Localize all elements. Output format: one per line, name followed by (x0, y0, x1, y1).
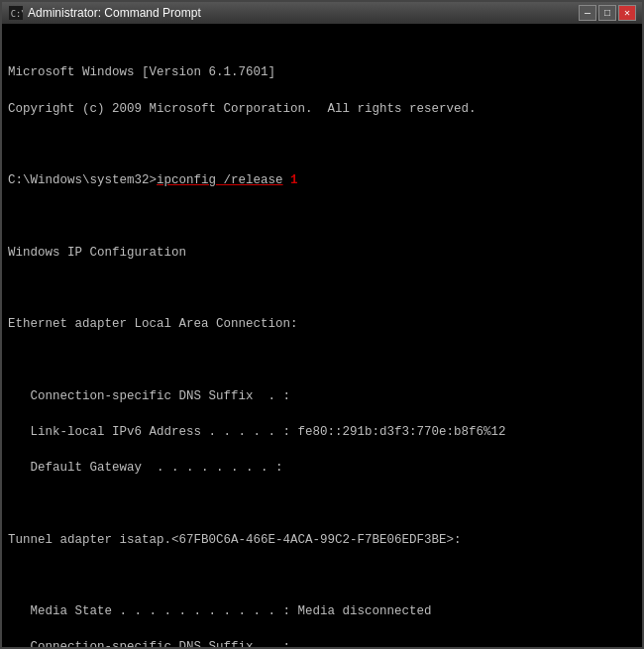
command-text: ipconfig /release (157, 173, 283, 187)
close-button[interactable]: ✕ (618, 5, 636, 21)
terminal-line (8, 494, 636, 512)
terminal-line (8, 567, 636, 585)
terminal-line: Ethernet adapter Local Area Connection: (8, 315, 636, 333)
terminal-line (8, 351, 636, 369)
step-number: 1 (283, 173, 298, 187)
terminal-line (8, 279, 636, 297)
terminal-line: Windows IP Configuration (8, 244, 636, 262)
terminal-line: Link-local IPv6 Address . . . . . : fe80… (8, 423, 636, 441)
terminal-line (8, 136, 636, 154)
terminal-output[interactable]: Microsoft Windows [Version 6.1.7601] Cop… (2, 24, 642, 647)
terminal-line: Tunnel adapter isatap.<67FB0C6A-466E-4AC… (8, 531, 636, 549)
command-prompt-window: C:\ Administrator: Command Prompt — □ ✕ … (0, 0, 644, 649)
minimize-button[interactable]: — (579, 5, 596, 21)
window-title: Administrator: Command Prompt (28, 6, 575, 20)
window-controls: — □ ✕ (579, 5, 636, 21)
titlebar: C:\ Administrator: Command Prompt — □ ✕ (2, 2, 642, 24)
terminal-line (8, 207, 636, 225)
terminal-line: Default Gateway . . . . . . . . : (8, 459, 636, 477)
terminal-line: Copyright (c) 2009 Microsoft Corporation… (8, 100, 636, 118)
maximize-button[interactable]: □ (598, 5, 616, 21)
terminal-line: C:\Windows\system32>ipconfig /release 1 (8, 171, 636, 189)
terminal-line: Media State . . . . . . . . . . . : Medi… (8, 602, 636, 620)
prompt-text: C:\Windows\system32> (8, 173, 157, 187)
terminal-line: Connection-specific DNS Suffix . : (8, 638, 636, 647)
terminal-line: Microsoft Windows [Version 6.1.7601] (8, 63, 636, 81)
cmd-icon: C:\ (8, 5, 24, 21)
svg-text:C:\: C:\ (11, 9, 23, 19)
terminal-line: Connection-specific DNS Suffix . : (8, 387, 636, 405)
